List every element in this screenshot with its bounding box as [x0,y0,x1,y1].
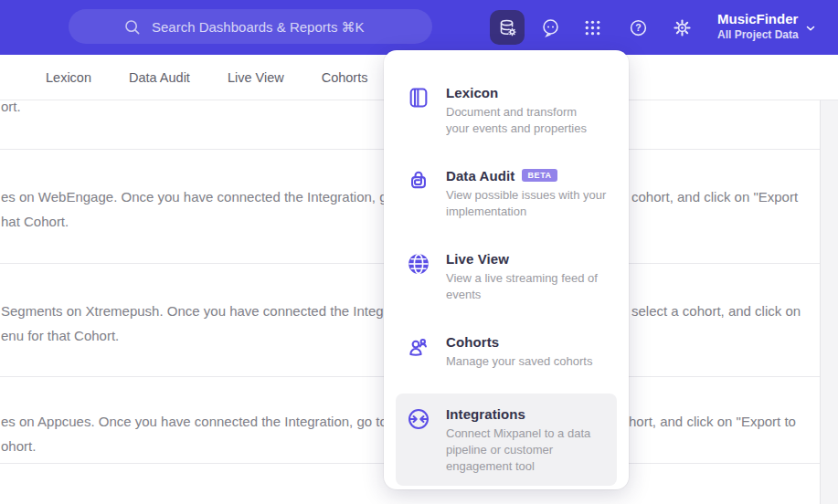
menu-item-description: Connect Mixpanel to a data pipeline or c… [446,425,590,475]
menu-item-title: Integrations [446,406,525,422]
content-row-text: ort. [1,98,21,116]
content-row-text: es on WebEngage. Once you have connected… [1,188,433,206]
svg-text:?: ? [635,22,641,33]
database-gear-icon [497,17,518,38]
data-management-button[interactable] [490,10,525,45]
menu-item-title: Cohorts [446,334,499,350]
apps-grid-icon [582,17,603,38]
app-screen: ? MusicFinder All Pro [0,0,838,504]
menu-item-data-audit[interactable]: Data Audit BETA View possible issues wit… [396,155,617,231]
menu-item-title: Lexicon [446,85,498,100]
content-row-text: hat Cohort. [1,213,69,231]
content-row-text: ohort. [1,437,36,456]
beta-badge: BETA [522,169,557,182]
cohorts-people-icon [407,335,430,359]
menu-item-cohorts[interactable]: Cohorts Manage your saved cohorts [396,321,617,381]
data-audit-lock-icon [407,169,430,193]
gear-icon [672,17,693,38]
settings-button[interactable] [664,10,699,45]
help-icon: ? [628,17,649,38]
content-row-text: cohort, and click on "Export [631,188,798,206]
scrollbar-track[interactable] [820,100,838,504]
search-bar[interactable] [69,9,432,44]
menu-item-description: View possible issues with your implement… [446,187,606,220]
menu-item-description: View a live streaming feed of events [446,270,598,303]
chat-face-icon [540,17,561,38]
project-name: MusicFinder [717,10,799,27]
search-input[interactable] [152,19,378,35]
integrations-sync-icon [407,407,430,431]
tab-live-view[interactable]: Live View [228,70,284,85]
search-icon [122,17,142,37]
content-row-text: es on Appcues. Once you have connected t… [1,413,425,431]
tools-dropdown-menu: Lexicon Document and transform your even… [384,50,629,489]
menu-item-live-view[interactable]: Live View View a live streaming feed of … [396,238,617,314]
content-row-text: Segments on Xtremepush. Once you have co… [1,302,421,320]
menu-item-lexicon[interactable]: Lexicon Document and transform your even… [396,72,617,148]
tab-cohorts[interactable]: Cohorts [322,70,368,85]
chevron-down-icon [804,22,817,35]
content-row-text: select a cohort, and click on [631,302,801,320]
menu-item-title: Data Audit [446,168,514,184]
tab-lexicon[interactable]: Lexicon [46,70,91,85]
content-row-text: hort, and click on "Export to [629,413,796,431]
project-switcher[interactable]: MusicFinder All Project Data [717,10,799,42]
tab-data-audit[interactable]: Data Audit [129,70,190,85]
help-button[interactable]: ? [621,10,655,45]
project-switcher-chevron[interactable] [801,18,821,38]
menu-item-integrations[interactable]: Integrations Connect Mixpanel to a data … [396,394,617,486]
app-header: ? MusicFinder All Pro [0,0,838,55]
menu-item-description: Document and transform your events and p… [446,104,587,137]
project-scope: All Project Data [717,27,799,42]
menu-item-description: Manage your saved cohorts [446,353,592,370]
live-view-globe-icon [407,252,430,276]
lexicon-book-icon [407,86,430,110]
menu-item-title: Live View [446,251,509,267]
feedback-button[interactable] [533,10,568,45]
apps-grid-button[interactable] [575,10,610,45]
content-row-text: enu for that Cohort. [1,327,119,345]
